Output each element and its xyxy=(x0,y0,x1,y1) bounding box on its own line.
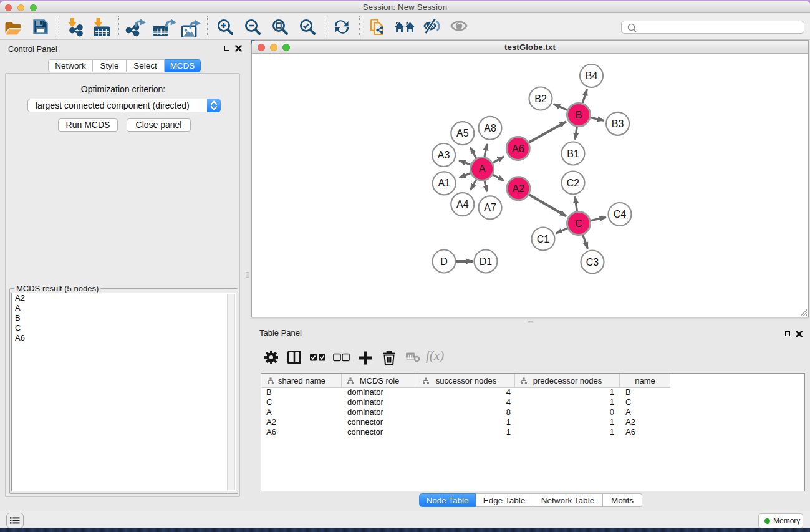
svg-text:B: B xyxy=(576,110,582,120)
svg-text:C1: C1 xyxy=(537,234,550,244)
svg-text:D1: D1 xyxy=(480,256,493,267)
svg-text:B2: B2 xyxy=(534,94,547,104)
svg-text:D: D xyxy=(440,256,448,267)
svg-text:C3: C3 xyxy=(586,257,599,268)
svg-text:C2: C2 xyxy=(567,178,580,188)
svg-text:A2: A2 xyxy=(513,183,525,194)
svg-text:C: C xyxy=(575,218,582,229)
svg-text:B3: B3 xyxy=(612,118,624,129)
svg-text:A6: A6 xyxy=(512,143,524,154)
svg-text:C4: C4 xyxy=(614,209,627,220)
svg-text:A: A xyxy=(479,163,486,174)
svg-text:A1: A1 xyxy=(438,178,450,188)
svg-text:A3: A3 xyxy=(438,150,450,160)
svg-text:A4: A4 xyxy=(456,199,469,210)
svg-text:A5: A5 xyxy=(456,128,469,138)
svg-text:B1: B1 xyxy=(567,148,579,159)
svg-text:B4: B4 xyxy=(586,70,598,81)
svg-text:A7: A7 xyxy=(484,202,496,213)
svg-text:A8: A8 xyxy=(484,123,496,133)
